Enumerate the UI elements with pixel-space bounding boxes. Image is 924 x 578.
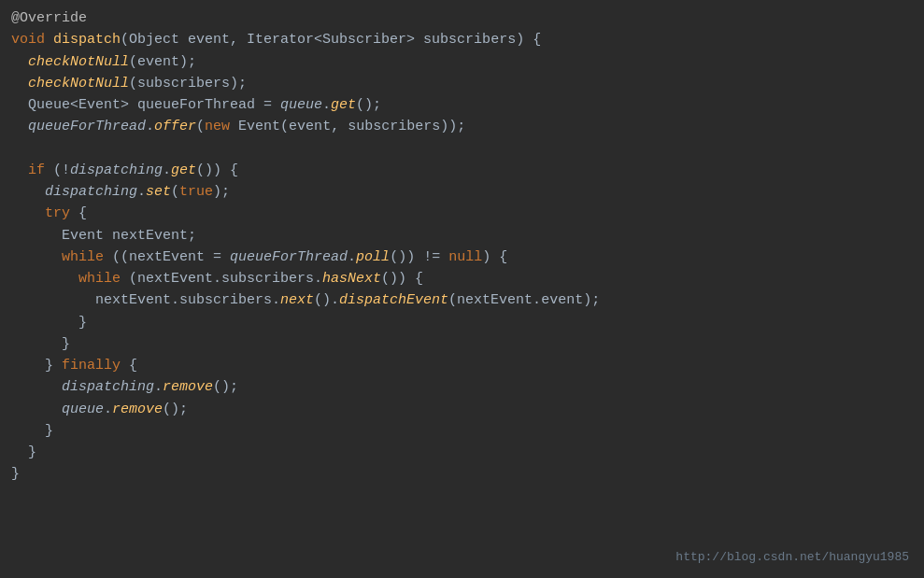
code-line-7 bbox=[11, 138, 913, 160]
code-line-8: if (!dispatching.get()) { bbox=[11, 160, 913, 181]
code-line-15: } bbox=[11, 312, 913, 333]
code-line-13: while (nextEvent.subscribers.hasNext()) … bbox=[11, 268, 913, 289]
code-container: @Override void dispatch(Object event, It… bbox=[0, 0, 924, 578]
code-line-18: dispatching.remove(); bbox=[11, 376, 913, 398]
code-line-20: } bbox=[11, 420, 913, 442]
code-line-3: checkNotNull(event); bbox=[11, 51, 913, 73]
code-line-6: queueForThread.offer(new Event(event, su… bbox=[11, 116, 913, 137]
code-line-21: } bbox=[11, 442, 913, 463]
code-line-19: queue.remove(); bbox=[11, 399, 913, 420]
method-checknotnull-2: checkNotNull bbox=[28, 76, 129, 92]
code-line-11: Event nextEvent; bbox=[11, 225, 913, 247]
code-line-22: } bbox=[11, 463, 913, 485]
code-line-10: try { bbox=[11, 203, 913, 224]
code-line-2: void dispatch(Object event, Iterator<Sub… bbox=[11, 29, 913, 50]
method-checknotnull-1: checkNotNull bbox=[28, 54, 129, 70]
code-line-14: nextEvent.subscribers.next().dispatchEve… bbox=[11, 289, 913, 311]
code-line-9: dispatching.set(true); bbox=[11, 181, 913, 203]
code-line-17: } finally { bbox=[11, 355, 913, 376]
code-line-5: Queue<Event> queueForThread = queue.get(… bbox=[11, 94, 913, 116]
code-line-1: @Override bbox=[11, 7, 913, 29]
method-dispatch: dispatch bbox=[53, 32, 121, 48]
code-line-4: checkNotNull(subscribers); bbox=[11, 73, 913, 94]
code-line-12: while ((nextEvent = queueForThread.poll(… bbox=[11, 247, 913, 268]
keyword-void: void bbox=[11, 32, 45, 48]
code-line-16: } bbox=[11, 333, 913, 355]
annotation: @Override bbox=[11, 10, 87, 26]
watermark: http://blog.csdn.net/huangyu1985 bbox=[675, 548, 909, 567]
